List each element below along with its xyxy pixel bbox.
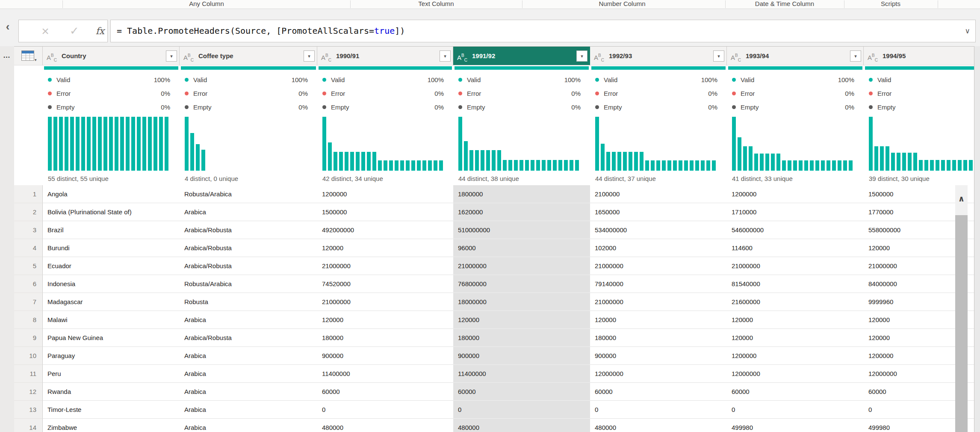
column-header-1993-94[interactable]: ABC1993/94▾ [727,47,864,65]
cell[interactable]: 74520000 [317,275,454,293]
cell[interactable]: 76800000 [453,275,590,293]
cell[interactable]: 96000 [453,239,590,257]
cell[interactable]: 499980 [727,419,864,432]
cell[interactable]: Zimbabwe [43,419,180,432]
cell[interactable]: Arabica/Robusta [180,221,318,239]
cell[interactable]: Robusta/Arabica [180,275,318,293]
cell[interactable]: Papua New Guinea [43,329,180,347]
cell[interactable]: 21000000 [727,257,864,275]
row-number[interactable]: 11 [14,365,43,383]
queries-overflow-icon[interactable]: … [0,51,14,60]
cell[interactable]: Malawi [43,311,180,329]
row-number[interactable]: 7 [14,293,43,311]
ribbon-group-text-column[interactable]: Text Column [418,0,454,9]
cell[interactable]: 180000 [453,329,590,347]
cell[interactable]: 0 [727,401,864,419]
filter-dropdown-icon[interactable]: ▾ [304,50,315,62]
filter-dropdown-icon[interactable]: ▾ [850,50,861,62]
column-header-country[interactable]: ABCCountry▾ [43,47,180,65]
row-number[interactable]: 14 [14,419,43,432]
ribbon-group-scripts[interactable]: Scripts [881,0,900,9]
row-number[interactable]: 10 [14,347,43,365]
ribbon-group-number-column[interactable]: Number Column [599,0,645,9]
cell[interactable]: Timor-Leste [43,401,180,419]
cell[interactable]: 81540000 [727,275,864,293]
cell[interactable]: 2100000 [590,185,727,203]
cell[interactable]: 1500000 [317,203,454,221]
discard-formula-icon[interactable]: × [36,20,55,42]
formula-expand-chevron-icon[interactable]: ∨ [965,20,970,42]
column-header-coffee-type[interactable]: ABCCoffee type▾ [180,47,317,65]
cell[interactable]: 480000 [590,419,727,432]
fx-add-step-icon[interactable]: fx [91,20,109,42]
cell[interactable]: Bolivia (Plurinational State of) [43,203,180,221]
cell[interactable]: Ecuador [43,257,180,275]
cell[interactable]: 11400000 [453,365,590,383]
cell[interactable]: 12000000 [590,365,727,383]
cell[interactable]: 1200000 [727,347,864,365]
cell[interactable]: 180000 [317,329,454,347]
cell[interactable]: 21000000 [590,293,727,311]
cell[interactable]: 114600 [727,239,864,257]
cell[interactable]: 1650000 [590,203,727,221]
cell[interactable]: 11400000 [317,365,454,383]
filter-dropdown-icon[interactable]: ▾ [166,50,177,62]
cell[interactable]: Angola [43,185,180,203]
cell[interactable]: 510000000 [453,221,590,239]
vertical-scrollbar[interactable]: ∧ [955,185,968,432]
row-number[interactable]: 3 [14,221,43,239]
cell[interactable]: Burundi [43,239,180,257]
cell[interactable]: Arabica [180,311,318,329]
cell[interactable]: Robusta/Arabica [180,185,318,203]
ribbon-group-date-time-column[interactable]: Date & Time Column [755,0,814,9]
row-number[interactable]: 9 [14,329,43,347]
cell[interactable]: Paraguay [43,347,180,365]
row-number[interactable]: 1 [14,185,43,203]
cell[interactable]: 480000 [453,419,590,432]
cell[interactable]: Arabica [180,419,318,432]
cell[interactable]: 1620000 [453,203,590,221]
row-number[interactable]: 12 [14,383,43,401]
cell[interactable]: 120000 [317,311,454,329]
cell[interactable]: 120000 [317,239,454,257]
cell[interactable]: 1200000 [317,185,454,203]
cell[interactable]: Arabica/Robusta [180,329,318,347]
cell[interactable]: 21000000 [590,257,727,275]
cell[interactable]: Rwanda [43,383,180,401]
cell[interactable]: Arabica [180,347,318,365]
cell[interactable]: 534000000 [590,221,727,239]
cell[interactable]: 180000 [590,329,727,347]
cell[interactable]: 900000 [317,347,454,365]
cell[interactable]: 60000 [453,383,590,401]
row-number[interactable]: 4 [14,239,43,257]
cell[interactable]: 21600000 [727,293,864,311]
cell[interactable]: 120000 [727,329,864,347]
cell[interactable]: 900000 [590,347,727,365]
cell[interactable]: 1800000 [453,185,590,203]
ribbon-group-any-column[interactable]: Any Column [189,0,224,9]
row-number[interactable]: 13 [14,401,43,419]
cell[interactable]: 21000000 [453,257,590,275]
row-number[interactable]: 8 [14,311,43,329]
cell[interactable]: 21000000 [317,257,454,275]
cell[interactable]: Peru [43,365,180,383]
cell[interactable]: 60000 [590,383,727,401]
cell[interactable]: Madagascar [43,293,180,311]
collapse-queries-pane-icon[interactable]: ‹ [3,21,13,33]
cell[interactable]: 1710000 [727,203,864,221]
column-header-1994-95[interactable]: ABC1994/95▾ [864,47,974,65]
scrollbar-thumb[interactable] [955,215,968,432]
column-header-1990-91[interactable]: ABC1990/91▾ [317,47,453,65]
cell[interactable]: 1200000 [727,185,864,203]
cell[interactable]: 12000000 [727,365,864,383]
cell[interactable]: 60000 [317,383,454,401]
row-number[interactable]: 2 [14,203,43,221]
select-all-cell[interactable]: ▾ [14,47,43,65]
cell[interactable]: Arabica/Robusta [180,239,318,257]
cell[interactable]: Arabica [180,383,318,401]
filter-dropdown-icon[interactable]: ▾ [440,50,451,62]
cell[interactable]: Brazil [43,221,180,239]
scroll-up-icon[interactable]: ∧ [955,185,968,213]
cell[interactable]: 900000 [453,347,590,365]
cell[interactable]: 0 [590,401,727,419]
